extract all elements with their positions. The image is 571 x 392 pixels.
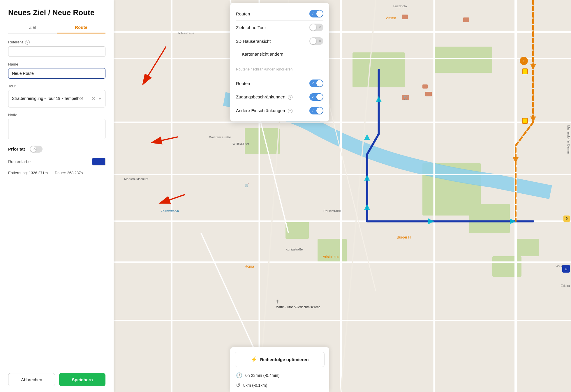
popup-routen-check: ✓	[311, 12, 314, 16]
svg-rect-7	[245, 128, 280, 154]
popup-routen2-knob	[316, 80, 323, 86]
notiz-group: Notiz	[8, 113, 105, 140]
prioritaet-row: Priorität ✕	[8, 146, 105, 153]
map-label-mariendorfer: Mariendorfer Damm	[567, 125, 570, 154]
referenz-input[interactable]	[8, 46, 105, 57]
popup-routen2-check: ✓	[311, 81, 314, 85]
popup-routen-row: Routen ✓	[236, 7, 323, 21]
popup-ziele-label: Ziele ohne Tour	[236, 25, 266, 30]
popup-routen-toggle[interactable]: ✓	[309, 10, 323, 17]
map-label-koenigstr: Königstraße	[286, 248, 303, 251]
map-label-friedrich: Friedrich-	[393, 4, 407, 8]
svg-rect-5	[286, 221, 309, 239]
popup-restrictions-section: Routen ✓ Zugangsbeschränkungen ? ✓ An	[230, 73, 329, 121]
popup-ziele-toggle[interactable]: ✕	[309, 24, 323, 31]
popup-kartenansicht-label: Kartenansicht ändern	[242, 52, 283, 56]
andere-help-icon[interactable]: ?	[288, 109, 292, 113]
ubahn-marker: U	[562, 265, 570, 273]
map-area[interactable]: 🛒 🛒 Totilastraße Attila Gasthaus Koch Fr…	[114, 0, 571, 392]
prioritaet-toggle[interactable]: ✕	[30, 146, 43, 153]
tab-ziel[interactable]: Ziel	[8, 22, 57, 33]
svg-rect-36	[402, 15, 408, 19]
popup-3d-row: 3D Häuseransicht ✕	[236, 34, 323, 48]
popup-3d-toggle[interactable]: ✕	[309, 37, 323, 45]
tab-route[interactable]: Route	[57, 22, 105, 33]
svg-rect-6	[469, 204, 510, 233]
notiz-input[interactable]	[8, 119, 105, 139]
svg-rect-9	[492, 256, 521, 277]
map-label-roma: Roma	[245, 264, 254, 269]
dauer-value: Dauer: 268.237s	[55, 171, 83, 175]
referenz-help-icon[interactable]: ?	[25, 40, 30, 45]
popup-main-section: Routen ✓ Ziele ohne Tour ✕ 3D Häuseransi…	[230, 3, 329, 64]
entfernung-row: Entfernung: 1326.271m Dauer: 268.237s	[8, 171, 105, 175]
left-panel: Neues Ziel / Neue Route Ziel Route Refer…	[0, 0, 114, 392]
svg-rect-35	[425, 92, 432, 96]
popup-section-label: Routeneinschränkungen ignorieren	[230, 64, 329, 73]
name-group: Name	[8, 62, 105, 79]
action-row: Abbrechen Speichern	[8, 373, 105, 386]
svg-rect-37	[463, 17, 469, 22]
map-label-reulestr: Reulestraße	[323, 209, 341, 213]
tour-expand-icon[interactable]: ▾	[98, 95, 102, 102]
tour-input[interactable]: Straßenreinigung - Tour 19 - Tempelhof ✕…	[8, 90, 105, 107]
route-waypoint-1	[522, 68, 528, 74]
popup-routen-label: Routen	[236, 11, 250, 16]
popup-3d-label: 3D Häuseransicht	[236, 39, 271, 44]
page-title: Neues Ziel / Neue Route	[8, 8, 105, 17]
popup-zugangs-toggle[interactable]: ✓	[309, 93, 323, 101]
popup-ziele-x: ✕	[318, 25, 321, 29]
referenz-group: Referenz ?	[8, 40, 105, 57]
popup-ziele-row: Ziele ohne Tour ✕	[236, 21, 323, 34]
referenz-label: Referenz ?	[8, 40, 105, 45]
routenfarbe-swatch[interactable]	[92, 158, 105, 165]
tour-group: Tour Straßenreinigung - Tour 19 - Tempel…	[8, 84, 105, 107]
map-label-edeka: Edeka	[561, 284, 570, 287]
popup-routen2-toggle[interactable]: ✓	[309, 80, 323, 87]
routenfarbe-row: Routenfarbe	[8, 158, 105, 165]
popup-3d-x: ✕	[318, 39, 321, 43]
popup-routen-knob	[316, 10, 323, 17]
popup-zugangs-knob	[316, 94, 323, 100]
svg-rect-34	[422, 84, 428, 89]
popup-andere-row: Andere Einschränkungen ? ✓	[236, 104, 323, 117]
map-label-martin: Martin-Luther-Gedächtniskirche	[276, 305, 320, 309]
tour-label: Tour	[8, 84, 105, 88]
bottom-popup: ⚡ Reihenfolge optimieren 🕐 0h 23min (-0.…	[230, 347, 329, 392]
speichern-button[interactable]: Speichern	[59, 373, 105, 386]
map-label-amma: Amma	[386, 16, 396, 20]
name-input[interactable]	[8, 68, 105, 79]
prioritaet-label: Priorität	[8, 146, 25, 151]
tabs: Ziel Route	[8, 22, 105, 33]
popup-kartenansicht-row[interactable]: Kartenansicht ändern	[236, 48, 323, 60]
route-marker-1: 1	[520, 57, 528, 65]
entfernung-value: Entfernung: 1326.271m	[8, 171, 48, 175]
abbrechen-button[interactable]: Abbrechen	[8, 373, 55, 386]
bottom-info-time: 🕐 0h 23min (-0.4min)	[230, 370, 329, 380]
svg-text:🛒: 🛒	[403, 95, 409, 100]
map-svg: 🛒 🛒	[114, 0, 571, 392]
svg-rect-2	[434, 47, 492, 73]
reihenfolge-btn[interactable]: ⚡ Reihenfolge optimieren	[235, 352, 325, 367]
route-icon: ↺	[236, 382, 240, 389]
popup-ziele-knob	[310, 24, 316, 31]
tour-clear-icon[interactable]: ✕	[91, 95, 96, 102]
lightning-icon: ⚡	[251, 356, 257, 363]
map-label-wulfila: Wulfila-Ufer	[232, 142, 249, 146]
church-cross-icon: ✝	[275, 299, 279, 305]
bottom-info-distance: ↺ 8km (-0.1km)	[230, 380, 329, 392]
popup-andere-toggle[interactable]: ✓	[309, 107, 323, 114]
route-waypoint-2	[522, 118, 528, 124]
popup-routen2-row: Routen ✓	[236, 77, 323, 90]
map-label-aristoteles: Aristoteles	[323, 255, 339, 259]
zugangs-help-icon[interactable]: ?	[288, 95, 292, 100]
map-label-marken: Marken-Discount	[124, 177, 148, 181]
popup-zugangs-label: Zugangsbeschränkungen ?	[236, 94, 292, 100]
svg-text:🛒: 🛒	[245, 183, 249, 187]
popup-zugangs-check: ✓	[311, 95, 314, 99]
name-label: Name	[8, 62, 105, 66]
popup-3d-knob	[310, 38, 316, 44]
dropdown-popup: Routen ✓ Ziele ohne Tour ✕ 3D Häuseransi…	[230, 3, 329, 121]
routenfarbe-label: Routenfarbe	[8, 159, 88, 164]
tour-value: Straßenreinigung - Tour 19 - Tempelhof	[12, 96, 91, 102]
